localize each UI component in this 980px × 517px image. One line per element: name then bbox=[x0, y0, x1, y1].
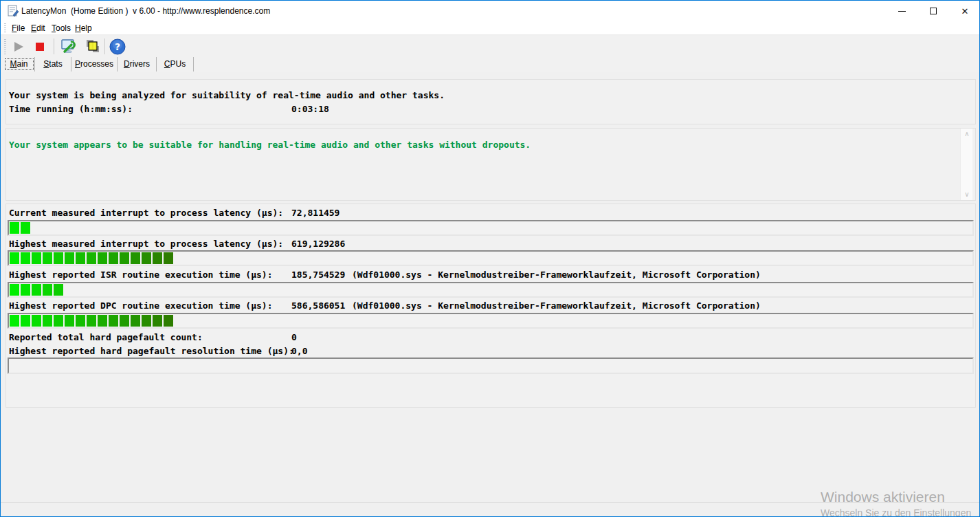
message-scrollbar[interactable]: ∧ ∨ bbox=[960, 129, 972, 200]
svg-text:?: ? bbox=[115, 41, 120, 52]
maximize-icon bbox=[930, 8, 937, 14]
suitability-message: Your system appears to be suitable for h… bbox=[9, 140, 531, 150]
analysis-status-text: Your system is being analyzed for suitab… bbox=[9, 91, 445, 100]
menu-item-tools[interactable]: Tools bbox=[50, 23, 72, 33]
time-running-value: 0:03:18 bbox=[291, 104, 329, 114]
menu-bar bbox=[1, 21, 979, 35]
minimize-button[interactable] bbox=[886, 1, 917, 21]
stat-value: 0 bbox=[291, 333, 297, 342]
help-button[interactable]: ? bbox=[107, 38, 128, 56]
app-icon bbox=[7, 5, 19, 17]
play-icon bbox=[14, 42, 23, 52]
toolbar-separator bbox=[104, 38, 105, 54]
isr-bar bbox=[8, 282, 974, 298]
toolbar-gripper bbox=[4, 39, 6, 54]
analysis-panel bbox=[5, 79, 976, 124]
title-bar: LatencyMon (Home Edition ) v 6.00 - http… bbox=[1, 1, 979, 21]
stat-driver-info: (Wdf01000.sys - Kernelmodustreiber-Frame… bbox=[352, 301, 761, 311]
menu-gripper bbox=[4, 23, 6, 33]
stop-monitor-button[interactable] bbox=[30, 38, 50, 56]
tab-processes[interactable]: Processes bbox=[71, 57, 118, 72]
app-window: LatencyMon (Home Edition ) v 6.00 - http… bbox=[0, 0, 980, 517]
tab-cpus[interactable]: CPUs bbox=[157, 57, 194, 72]
stat-value: 586,586051 bbox=[291, 301, 345, 311]
tab-main[interactable]: Main bbox=[3, 57, 35, 72]
tab-stats[interactable]: Stats bbox=[35, 57, 71, 72]
window-title: LatencyMon (Home Edition ) v 6.00 - http… bbox=[21, 6, 270, 16]
toolbar bbox=[1, 36, 979, 57]
latency-bar-highest bbox=[8, 250, 974, 266]
message-panel bbox=[5, 128, 976, 201]
start-monitor-button[interactable] bbox=[8, 38, 29, 56]
stat-label: Current measured interrupt to process la… bbox=[9, 208, 283, 218]
toolbar-separator bbox=[54, 38, 54, 54]
monitor-wrench-icon bbox=[60, 38, 78, 56]
copy-icon bbox=[83, 38, 101, 56]
menu-item-file[interactable]: File bbox=[10, 23, 26, 33]
stat-label: Reported total hard pagefault count: bbox=[9, 333, 203, 342]
stat-value: 185,754529 bbox=[291, 270, 345, 280]
stat-value: 72,811459 bbox=[291, 208, 339, 218]
options-button[interactable] bbox=[58, 38, 79, 56]
time-running-label: Time running (h:mm:ss): bbox=[9, 104, 133, 114]
scroll-down-icon[interactable]: ∨ bbox=[961, 189, 973, 200]
stat-driver-info: (Wdf01000.sys - Kernelmodustreiber-Frame… bbox=[352, 270, 761, 280]
pagefault-bar bbox=[8, 358, 974, 374]
stat-label: Highest reported ISR routine execution t… bbox=[9, 270, 273, 280]
stop-icon bbox=[36, 43, 44, 51]
close-button[interactable]: ✕ bbox=[949, 1, 980, 21]
stat-label: Highest reported DPC routine execution t… bbox=[9, 301, 273, 311]
close-icon: ✕ bbox=[961, 6, 969, 16]
dpc-bar bbox=[8, 313, 974, 329]
stat-label: Highest reported hard pagefault resoluti… bbox=[9, 346, 294, 356]
stat-value: 0,0 bbox=[291, 346, 307, 356]
help-icon: ? bbox=[109, 38, 126, 56]
minimize-icon bbox=[898, 11, 906, 12]
stat-value: 619,129286 bbox=[291, 239, 345, 249]
status-bar: Time running: 0:03:18 (h:mm:ss) bbox=[1, 502, 979, 517]
tab-drivers[interactable]: Drivers bbox=[118, 57, 157, 72]
copy-report-button[interactable] bbox=[82, 38, 102, 56]
maximize-button[interactable] bbox=[917, 1, 949, 21]
menu-item-help[interactable]: Help bbox=[74, 23, 93, 33]
scroll-up-icon[interactable]: ∧ bbox=[961, 129, 973, 140]
latency-bar-current bbox=[8, 220, 974, 236]
stat-label: Highest measured interrupt to process la… bbox=[9, 239, 283, 249]
menu-item-edit[interactable]: Edit bbox=[30, 23, 47, 33]
